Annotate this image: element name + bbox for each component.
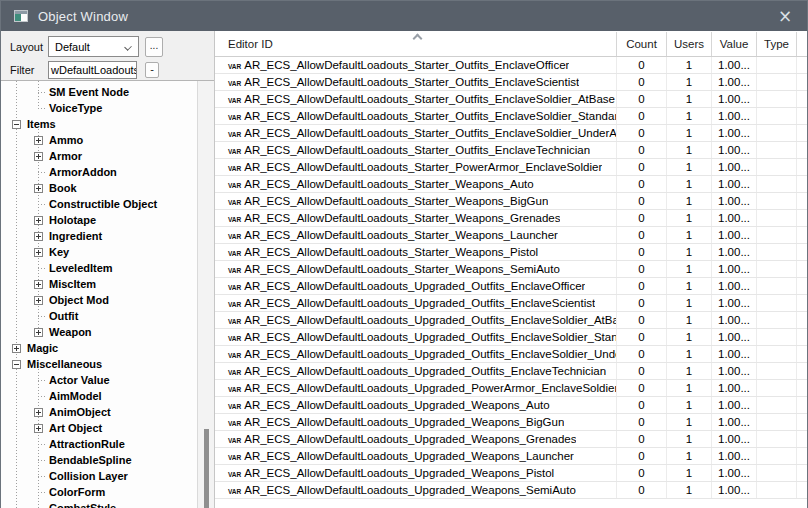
title-bar[interactable]: Object Window × <box>1 1 807 31</box>
column-header-users[interactable]: Users <box>667 32 712 56</box>
close-icon[interactable]: × <box>763 1 807 31</box>
tree-expander-icon[interactable] <box>12 360 21 369</box>
tree-expander-icon[interactable] <box>34 328 43 337</box>
tree-expander-icon[interactable] <box>34 280 43 289</box>
table-row[interactable]: VAR AR_ECS_AllowDefaultLoadouts_Starter_… <box>215 57 807 74</box>
tree-item[interactable]: MiscItem <box>1 276 214 292</box>
cell-value: 1.00... <box>712 380 757 396</box>
tree-item[interactable]: Object Mod <box>1 292 214 308</box>
cell-count: 0 <box>617 448 667 464</box>
table-row[interactable]: VAR AR_ECS_AllowDefaultLoadouts_Starter_… <box>215 125 807 142</box>
table-row[interactable]: VAR AR_ECS_AllowDefaultLoadouts_Upgraded… <box>215 465 807 482</box>
tree-expander-icon[interactable] <box>12 344 21 353</box>
table-row[interactable]: VAR AR_ECS_AllowDefaultLoadouts_Upgraded… <box>215 363 807 380</box>
tree-expander-icon[interactable] <box>34 152 43 161</box>
table-row[interactable]: VAR AR_ECS_AllowDefaultLoadouts_Upgraded… <box>215 329 807 346</box>
filter-clear-button[interactable]: - <box>145 62 159 78</box>
tree-branch-stub <box>38 444 46 445</box>
cell-value: 1.00... <box>712 74 757 90</box>
cell-value: 1.00... <box>712 346 757 362</box>
table-row[interactable]: VAR AR_ECS_AllowDefaultLoadouts_Upgraded… <box>215 312 807 329</box>
table-row[interactable]: VAR AR_ECS_AllowDefaultLoadouts_Starter_… <box>215 227 807 244</box>
table-row[interactable]: VAR AR_ECS_AllowDefaultLoadouts_Starter_… <box>215 210 807 227</box>
tree-item[interactable]: Ammo <box>1 132 214 148</box>
tree-item[interactable]: ColorForm <box>1 484 214 500</box>
tree-item[interactable]: ArmorAddon <box>1 164 214 180</box>
tree-item[interactable]: CombatStyle <box>1 500 214 508</box>
layout-dropdown[interactable]: Default <box>48 36 139 57</box>
cell-count: 0 <box>617 329 667 345</box>
cell-editor-id: AR_ECS_AllowDefaultLoadouts_Starter_Outf… <box>244 93 615 105</box>
tree-item[interactable]: Art Object <box>1 420 214 436</box>
column-header-value[interactable]: Value <box>712 32 757 56</box>
tree-expander-icon[interactable] <box>34 216 43 225</box>
cell-type <box>757 57 797 73</box>
tree-item[interactable]: Book <box>1 180 214 196</box>
column-header-type[interactable]: Type <box>757 32 797 56</box>
tree-item[interactable]: Actor Value <box>1 372 214 388</box>
tree-expander-icon[interactable] <box>34 184 43 193</box>
tree-item[interactable]: Key <box>1 244 214 260</box>
tree-expander-icon[interactable] <box>34 232 43 241</box>
table-row[interactable]: VAR AR_ECS_AllowDefaultLoadouts_Starter_… <box>215 261 807 278</box>
tree-expander-icon[interactable] <box>12 120 21 129</box>
tree-item[interactable]: Miscellaneous <box>1 356 214 372</box>
cell-users: 1 <box>667 329 712 345</box>
var-icon: VAR <box>228 233 241 240</box>
layout-browse-button[interactable]: ... <box>145 37 163 57</box>
cell-type <box>757 363 797 379</box>
tree-item[interactable]: Armor <box>1 148 214 164</box>
tree-item[interactable]: AttractionRule <box>1 436 214 452</box>
tree-item[interactable]: Holotape <box>1 212 214 228</box>
var-icon: VAR <box>228 148 241 155</box>
tree-item[interactable]: SM Event Node <box>1 84 214 100</box>
table-row[interactable]: VAR AR_ECS_AllowDefaultLoadouts_Starter_… <box>215 176 807 193</box>
table-row[interactable]: VAR AR_ECS_AllowDefaultLoadouts_Upgraded… <box>215 278 807 295</box>
tree-item[interactable]: VoiceType <box>1 100 214 116</box>
tree-item-label: AttractionRule <box>49 438 125 450</box>
tree-item-label: Constructible Object <box>49 198 157 210</box>
tree-item[interactable]: Items <box>1 116 214 132</box>
tree-item-label: AnimObject <box>49 406 111 418</box>
tree-expander-icon[interactable] <box>34 296 43 305</box>
table-row[interactable]: VAR AR_ECS_AllowDefaultLoadouts_Upgraded… <box>215 295 807 312</box>
column-header-count[interactable]: Count <box>617 32 667 56</box>
table-row[interactable]: VAR AR_ECS_AllowDefaultLoadouts_Upgraded… <box>215 448 807 465</box>
table-row[interactable]: VAR AR_ECS_AllowDefaultLoadouts_Upgraded… <box>215 380 807 397</box>
tree-item-label: ArmorAddon <box>49 166 117 178</box>
tree-item[interactable]: AnimObject <box>1 404 214 420</box>
tree-expander-icon[interactable] <box>34 408 43 417</box>
table-row[interactable]: VAR AR_ECS_AllowDefaultLoadouts_Upgraded… <box>215 397 807 414</box>
tree-item[interactable]: LeveledItem <box>1 260 214 276</box>
table-row[interactable]: VAR AR_ECS_AllowDefaultLoadouts_Starter_… <box>215 159 807 176</box>
tree-item[interactable]: Weapon <box>1 324 214 340</box>
tree-item[interactable]: BendableSpline <box>1 452 214 468</box>
tree-item[interactable]: Magic <box>1 340 214 356</box>
filter-input[interactable]: wDefaultLoadouts <box>48 61 137 79</box>
tree-item[interactable]: Ingredient <box>1 228 214 244</box>
table-row[interactable]: VAR AR_ECS_AllowDefaultLoadouts_Upgraded… <box>215 431 807 448</box>
table-row[interactable]: VAR AR_ECS_AllowDefaultLoadouts_Starter_… <box>215 244 807 261</box>
cell-filler <box>797 465 807 481</box>
table-row[interactable]: VAR AR_ECS_AllowDefaultLoadouts_Upgraded… <box>215 346 807 363</box>
cell-editor-id: AR_ECS_AllowDefaultLoadouts_Starter_Outf… <box>244 144 590 156</box>
tree-item[interactable]: Collision Layer <box>1 468 214 484</box>
table-row[interactable]: VAR AR_ECS_AllowDefaultLoadouts_Upgraded… <box>215 482 807 499</box>
table-row[interactable]: VAR AR_ECS_AllowDefaultLoadouts_Starter_… <box>215 108 807 125</box>
table-row[interactable]: VAR AR_ECS_AllowDefaultLoadouts_Upgraded… <box>215 414 807 431</box>
cell-type <box>757 431 797 447</box>
table-row[interactable]: VAR AR_ECS_AllowDefaultLoadouts_Starter_… <box>215 142 807 159</box>
tree-expander-icon[interactable] <box>34 248 43 257</box>
cell-count: 0 <box>617 74 667 90</box>
tree-item[interactable]: Outfit <box>1 308 214 324</box>
cell-editor-id: AR_ECS_AllowDefaultLoadouts_Starter_Outf… <box>244 127 616 139</box>
table-row[interactable]: VAR AR_ECS_AllowDefaultLoadouts_Starter_… <box>215 74 807 91</box>
table-row[interactable]: VAR AR_ECS_AllowDefaultLoadouts_Starter_… <box>215 193 807 210</box>
tree-item[interactable]: AimModel <box>1 388 214 404</box>
tree-item[interactable]: Constructible Object <box>1 196 214 212</box>
table-row[interactable]: VAR AR_ECS_AllowDefaultLoadouts_Starter_… <box>215 91 807 108</box>
left-panel: Layout Default ... Filter wDefaultLoadou… <box>1 31 215 508</box>
tree-expander-icon[interactable] <box>34 424 43 433</box>
tree-expander-icon[interactable] <box>34 136 43 145</box>
tree-item-label: Miscellaneous <box>27 358 102 370</box>
